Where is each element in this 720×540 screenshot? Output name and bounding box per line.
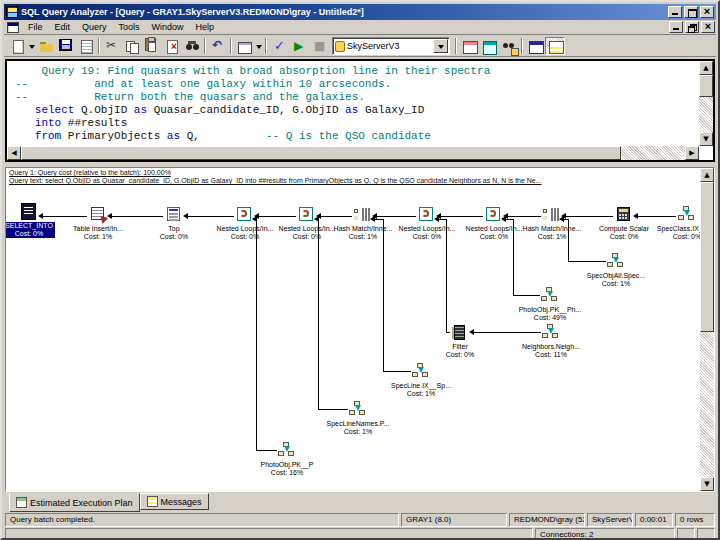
plan-connector	[505, 216, 541, 217]
scroll-down-button[interactable]: ▼	[699, 132, 713, 146]
specclass-seek-cost: Cost: 0%	[649, 233, 700, 241]
plan-connector	[318, 216, 352, 217]
speclinenames-seek-label[interactable]: SpecLineNames.P...	[320, 420, 396, 428]
editor-hscroll-thumb[interactable]	[21, 146, 621, 160]
plan-vscroll-thumb[interactable]	[700, 182, 714, 332]
nested-loops-3-label[interactable]: Nested Loops/In...	[389, 225, 465, 233]
editor-hscrollbar[interactable]: ◀ ▶	[7, 146, 699, 160]
table-insert-label[interactable]: Table Insert/In...	[60, 225, 136, 233]
menu-window[interactable]: Window	[146, 21, 190, 33]
plan-vscrollbar[interactable]: ▲ ▼	[700, 168, 714, 491]
maximize-button[interactable]	[684, 6, 698, 18]
insert-template-button[interactable]	[76, 37, 96, 55]
menu-help[interactable]: Help	[190, 21, 221, 33]
undo-icon	[211, 40, 227, 54]
insert-template-icon	[79, 40, 95, 54]
specclass-seek-icon[interactable]	[678, 206, 696, 224]
app-status-bar: Connections: 2	[5, 528, 715, 540]
clear-window-button[interactable]	[162, 37, 182, 55]
execute-mode-dropdown[interactable]	[254, 37, 263, 55]
query-editor[interactable]: Query 19: Find quasars with a broad abso…	[5, 59, 715, 162]
neighbors-seek-icon[interactable]	[542, 324, 560, 342]
copy-button[interactable]	[122, 37, 142, 55]
connection-properties-button[interactable]	[525, 37, 545, 55]
scroll-up-button[interactable]: ▲	[699, 61, 713, 75]
select-into-label[interactable]: SELECT_INTO	[6, 222, 55, 230]
menu-edit[interactable]: Edit	[49, 21, 77, 33]
show-plan-button[interactable]	[459, 37, 479, 55]
filter-label[interactable]: Filter	[422, 343, 498, 351]
scroll-up-button[interactable]: ▲	[700, 168, 714, 182]
minimize-button[interactable]	[668, 6, 682, 18]
specobjall-seek-label[interactable]: SpecObjAll.Spec...	[578, 272, 654, 280]
specline-seek-icon[interactable]	[412, 363, 430, 381]
scroll-right-button[interactable]: ▶	[685, 146, 699, 160]
menu-query[interactable]: Query	[76, 21, 113, 33]
child-minimize-button[interactable]	[669, 21, 683, 33]
plan-connector	[446, 332, 450, 333]
child-close-button[interactable]	[701, 21, 715, 33]
close-button[interactable]	[700, 6, 714, 18]
database-combobox-value: SkyServerV3	[347, 41, 433, 51]
tab-estimated-execution-plan[interactable]: Estimated Execution Plan	[9, 493, 140, 512]
menu-file[interactable]: File	[22, 21, 49, 33]
menu-tools[interactable]: Tools	[113, 21, 146, 33]
execute-query-button[interactable]	[289, 37, 309, 55]
app-window: SQL Query Analyzer - [Query - GRAY1.SkyS…	[0, 0, 720, 540]
object-search-button[interactable]	[499, 37, 519, 55]
photoobj-seek-1-label[interactable]: PhotoObj.PK__Ph...	[512, 306, 588, 314]
toolbar-separator	[521, 38, 523, 54]
toolbar-separator	[98, 38, 100, 54]
app-status-segment	[677, 528, 695, 540]
open-file-icon	[39, 40, 55, 54]
photoobj-seek-2-icon[interactable]	[278, 442, 296, 460]
toolbar: SkyServerV3	[4, 36, 716, 57]
specobjall-seek-icon[interactable]	[607, 253, 625, 271]
editor-vscrollbar[interactable]: ▲ ▼	[699, 61, 713, 146]
connection-properties-icon	[528, 40, 544, 54]
database-combobox[interactable]: SkyServerV3	[332, 37, 450, 55]
photoobj-seek-1-icon[interactable]	[541, 287, 559, 305]
execute-mode-button[interactable]	[234, 37, 254, 55]
top-label[interactable]: Top	[136, 225, 212, 233]
save-button[interactable]	[56, 37, 76, 55]
plan-canvas[interactable]: SELECT_INTOCost: 0%Table Insert/In...Cos…	[6, 185, 700, 491]
specline-seek-label[interactable]: SpecLine.IX__Sp...	[383, 382, 459, 390]
tab-messages[interactable]: Messages	[140, 493, 209, 510]
query-text[interactable]: Query 19: Find quasars with a broad abso…	[7, 61, 699, 146]
object-browser-icon	[482, 40, 498, 54]
execute-query-icon	[292, 40, 308, 54]
photoobj-seek-1-cost: Cost: 49%	[512, 314, 588, 322]
paste-button[interactable]	[142, 37, 162, 55]
speclinenames-seek-icon[interactable]	[349, 401, 367, 419]
parse-query-button[interactable]	[269, 37, 289, 55]
scroll-down-button[interactable]: ▼	[700, 477, 714, 491]
new-query-button[interactable]	[7, 37, 27, 55]
child-restore-button[interactable]	[685, 21, 699, 33]
plan-connector	[446, 219, 447, 332]
show-results-pane-button[interactable]	[545, 37, 565, 55]
hash-match-2-label[interactable]: Hash Match/Inne...	[514, 225, 590, 233]
undo-button[interactable]	[208, 37, 228, 55]
object-browser-button[interactable]	[479, 37, 499, 55]
status-segment: SkyServerV3	[587, 513, 633, 527]
neighbors-seek-label[interactable]: Neighbors.Neigh...	[513, 343, 589, 351]
cut-button[interactable]	[102, 37, 122, 55]
plan-connector	[256, 219, 257, 450]
editor-vscroll-thumb[interactable]	[699, 75, 713, 97]
new-query-dropdown[interactable]	[27, 37, 36, 55]
arrowhead	[180, 213, 188, 219]
plan-connector	[40, 216, 87, 217]
arrowhead	[630, 213, 638, 219]
database-combobox-dropdown[interactable]	[433, 39, 448, 53]
arrowhead	[367, 216, 375, 222]
scroll-left-button[interactable]: ◀	[7, 146, 21, 160]
nested-loops-3-cost: Cost: 0%	[389, 233, 465, 241]
find-button[interactable]	[182, 37, 202, 55]
photoobj-seek-2-label[interactable]: PhotoObj.PK__P	[249, 461, 325, 469]
specclass-seek-label[interactable]: SpecClass.IX__S...	[649, 225, 700, 233]
cancel-query-button[interactable]	[309, 37, 329, 55]
child-window-icon[interactable]	[7, 22, 19, 33]
open-file-button[interactable]	[36, 37, 56, 55]
editor-line: Query 19: Find quasars with a broad abso…	[15, 65, 699, 78]
